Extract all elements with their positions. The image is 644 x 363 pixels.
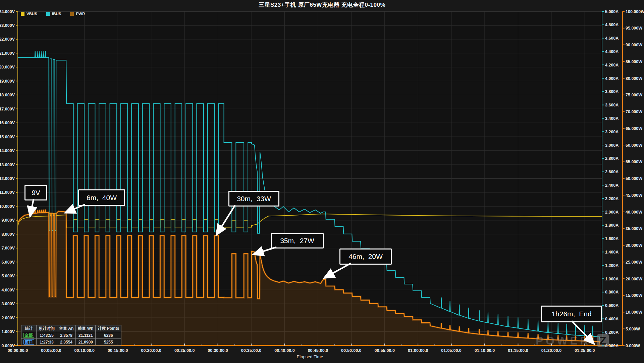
y-axis-current-ticks-label: 3.400A <box>605 116 619 121</box>
y-axis-voltage-ticks-label: 4.000V <box>1 288 15 292</box>
x-axis-tick-label: 00:15:00.0 <box>108 348 128 353</box>
y-axis-power-ticks-label: 50.000W <box>626 176 642 181</box>
annotation-35m-27w: 35m, 27W <box>271 233 324 248</box>
stats-cell: 1:43:55 <box>37 332 57 339</box>
y-axis-power-ticks-label: 5.000W <box>626 327 640 331</box>
y-axis-voltage-ticks-label: 12.000V <box>0 176 15 181</box>
vbus-swatch-icon <box>21 12 24 16</box>
legend-item-ibus[interactable]: IBUS <box>46 12 61 16</box>
y-axis-power-ticks-label: 80.000W <box>626 76 642 81</box>
y-axis-current-ticks-label: 5.000A <box>605 9 619 14</box>
y-axis-current-ticks-label: 4.600A <box>605 36 619 41</box>
y-axis-power-ticks-label: 25.000W <box>626 260 642 265</box>
x-axis-tick-label: 00:55:00.0 <box>374 348 395 353</box>
stats-cell: 窗口 <box>21 339 37 346</box>
stats-cell: 2.3554 <box>57 339 76 346</box>
x-axis-tick-label: 00:05:00.0 <box>41 348 61 353</box>
y-axis-power-ticks-label: 95.000W <box>626 26 642 31</box>
y-axis-current-ticks-label: 0.400A <box>605 317 619 321</box>
y-axis-current-ticks-label: 0.800A <box>605 290 619 294</box>
y-axis-current-ticks-label: 4.800A <box>605 22 619 27</box>
y-axis-voltage-ticks-label: 14.000V <box>0 148 15 153</box>
y-axis-power-ticks-label: 100.000W <box>626 9 644 14</box>
pwr-swatch-icon <box>70 12 74 16</box>
y-axis-voltage-ticks-label: 23.000V <box>0 23 15 28</box>
y-axis-current-ticks-label: 3.600A <box>605 103 619 107</box>
y-axis-voltage-ticks-label: 10.000V <box>0 204 15 209</box>
y-axis-voltage-ticks-label: 8.000V <box>1 232 15 237</box>
x-axis-tick-label: 00:20:00.0 <box>141 348 161 353</box>
stats-header: 容量 Ah <box>57 325 76 332</box>
y-axis-power-ticks-label: 45.000W <box>626 193 642 198</box>
y-axis-voltage-ticks-label: 18.000V <box>0 93 15 97</box>
y-axis-power-ticks: 0.000W5.000W10.000W15.000W20.000W25.000W… <box>623 9 644 348</box>
y-axis-voltage-ticks-label: 16.000V <box>0 121 15 125</box>
y-axis-power-ticks-label: 10.000W <box>626 310 642 315</box>
y-axis-current-ticks-label: 4.400A <box>605 49 619 54</box>
legend-label-vbus: VBUS <box>26 12 37 16</box>
legend-label-ibus: IBUS <box>52 12 61 16</box>
x-axis-tick-label: 00:25:00.0 <box>174 348 195 353</box>
annotation-30m-33w: 30m, 33W <box>228 191 279 207</box>
annotation-1h26m-end: 1h26m, End <box>541 306 602 322</box>
y-axis-voltage-ticks-label: 24.000V <box>0 9 15 14</box>
x-axis-tick-label: 00:50:00.0 <box>341 348 362 353</box>
annotation-9v: 9V <box>24 185 47 200</box>
x-axis-tick-label: 00:30:00.0 <box>208 348 228 353</box>
powerz-logo-icon: Z <box>597 334 609 347</box>
y-axis-voltage-ticks-label: 5.000V <box>1 274 15 278</box>
annotation-46m-20w: 46m, 20W <box>339 248 392 265</box>
y-axis-power-ticks-label: 15.000W <box>626 293 642 298</box>
legend-item-vbus[interactable]: VBUS <box>21 12 37 16</box>
y-axis-current-ticks-label: 2.000A <box>605 210 619 215</box>
y-axis-current-ticks-label: 1.200A <box>605 263 619 268</box>
legend-item-pwr[interactable]: PWR <box>70 12 85 16</box>
y-axis-voltage-ticks-label: 17.000V <box>0 107 15 111</box>
y-axis-power-ticks-label: 70.000W <box>626 109 642 114</box>
y-axis-current-ticks-label: 0.600A <box>605 303 619 308</box>
stats-row-label: 窗口 <box>23 339 34 345</box>
y-axis-current-ticks-label: 1.600A <box>605 236 619 241</box>
y-axis-current-ticks-label: 1.800A <box>605 223 619 228</box>
legend: VBUS IBUS PWR <box>21 12 85 16</box>
y-axis-power-ticks-label: 60.000W <box>626 143 642 148</box>
x-axis-tick-label: 01:10:00.0 <box>475 348 495 353</box>
y-axis-power-ticks-label: 0.000W <box>626 344 640 348</box>
stats-header: 能量 Wh <box>76 325 96 332</box>
powerz-watermark: POWER-Z <box>536 334 609 347</box>
y-axis-voltage-ticks-label: 9.000V <box>1 218 15 223</box>
x-axis-tick-label: 00:45:00.0 <box>308 348 328 353</box>
y-axis-power-ticks-label: 65.000W <box>626 126 642 131</box>
y-axis-voltage-ticks-label: 15.000V <box>0 135 15 139</box>
y-axis-voltage-ticks-label: 13.000V <box>0 163 15 167</box>
y-axis-current-ticks-label: 1.400A <box>605 250 619 255</box>
y-axis-power-ticks-label: 20.000W <box>626 277 642 281</box>
powerz-chart-window: 三星S23+手机 原厂65W充电器 充电全程0-100% 0.000V1.000… <box>0 0 644 363</box>
y-axis-current-ticks: 0.000A0.200A0.400A0.600A0.800A1.000A1.20… <box>602 9 619 348</box>
chart-title: 三星S23+手机 原厂65W充电器 充电全程0-100% <box>0 1 644 9</box>
x-axis-tick-label: 01:00:00.0 <box>408 348 428 353</box>
stats-header: 累计时间 <box>37 325 57 332</box>
y-axis-power-ticks-label: 85.000W <box>626 59 642 64</box>
y-axis-current-ticks-label: 3.800A <box>605 89 619 94</box>
x-axis-tick-label: 00:40:00.0 <box>274 348 295 353</box>
y-axis-power-ticks-label: 75.000W <box>626 93 642 97</box>
y-axis-voltage-ticks-label: 20.000V <box>0 65 15 70</box>
y-axis-voltage-ticks-label: 2.000V <box>1 316 15 320</box>
x-axis-tick-label: 00:35:00.0 <box>241 348 262 353</box>
statistics-table: 统计累计时间容量 Ah能量 Wh计数 Points全部1:43:552.3578… <box>21 325 121 346</box>
stats-cell: 全部 <box>21 332 37 339</box>
y-axis-current-ticks-label: 2.400A <box>605 183 619 188</box>
y-axis-voltage-ticks-label: 0.000V <box>1 344 15 348</box>
y-axis-voltage-ticks-label: 6.000V <box>1 260 15 265</box>
y-axis-voltage-ticks-label: 21.000V <box>0 51 15 56</box>
stats-cell: 6236 <box>96 332 121 339</box>
y-axis-current-ticks-label: 1.000A <box>605 277 619 281</box>
stats-cell: 5255 <box>96 339 121 346</box>
stats-cell: 2.3578 <box>57 332 76 339</box>
stats-cell: 21.0900 <box>76 339 96 346</box>
y-axis-current-ticks-label: 4.000A <box>605 76 619 81</box>
x-axis-tick-label: 01:20:00.0 <box>541 348 562 353</box>
y-axis-power-ticks-label: 35.000W <box>626 226 642 231</box>
stats-header: 计数 Points <box>96 325 121 332</box>
